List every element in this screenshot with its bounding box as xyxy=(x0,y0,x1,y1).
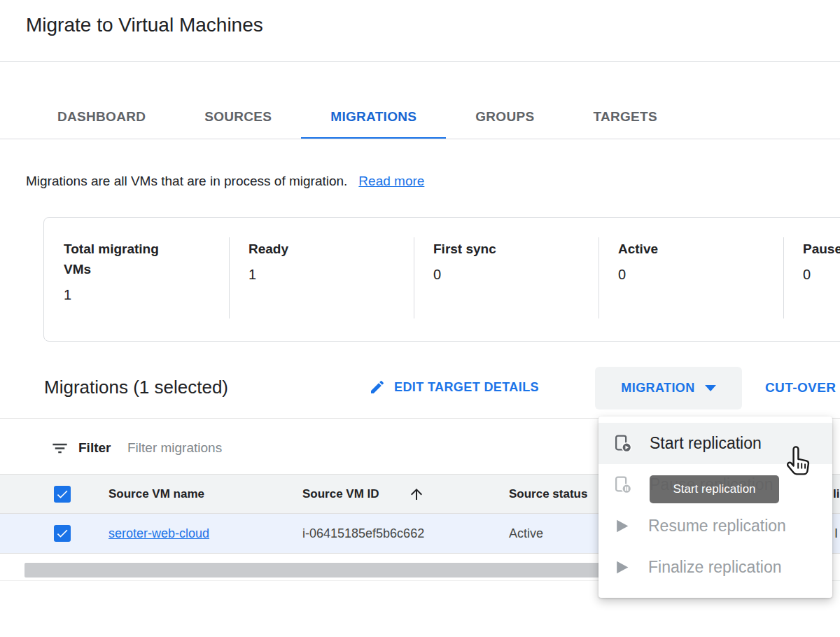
description-text: Migrations are all VMs that are in proce… xyxy=(26,174,347,188)
play-icon xyxy=(613,517,631,535)
column-header-source-vm-id[interactable]: Source VM ID xyxy=(302,475,379,514)
stat-label: Total migrating VMs xyxy=(64,239,186,279)
hand-cursor-icon xyxy=(780,444,814,484)
stats-card: Total migrating VMs 1 Ready 1 First sync… xyxy=(43,217,840,342)
stat-value: 0 xyxy=(803,267,840,283)
source-status-cell: Active xyxy=(509,514,543,553)
edit-target-details-label: EDIT TARGET DETAILS xyxy=(394,380,539,395)
source-vm-name-link[interactable]: seroter-web-cloud xyxy=(108,526,209,540)
filter-label: Filter xyxy=(78,440,111,456)
stat-value: 1 xyxy=(248,267,414,283)
menu-item-label: Resume replication xyxy=(648,517,786,536)
column-header-source-vm-name[interactable]: Source VM name xyxy=(108,475,204,514)
stat-value: 1 xyxy=(64,287,229,303)
header-divider xyxy=(0,61,840,62)
truncated-cell: I xyxy=(834,514,838,553)
stat-active: Active 0 xyxy=(598,218,783,341)
tab-dashboard[interactable]: DASHBOARD xyxy=(28,97,175,139)
tooltip: Start replication xyxy=(650,475,779,503)
menu-item-finalize-replication[interactable]: Finalize replication xyxy=(598,547,832,588)
migrate-vm-page: Migrate to Virtual Machines DASHBOARD SO… xyxy=(0,0,840,637)
select-all-checkbox[interactable] xyxy=(54,486,71,503)
stat-value: 0 xyxy=(618,267,783,283)
stat-value: 0 xyxy=(433,267,598,283)
menu-item-label: Start replication xyxy=(650,434,762,453)
source-vm-id-cell: i-06415185ef5b6c662 xyxy=(302,514,424,553)
tab-migrations[interactable]: MIGRATIONS xyxy=(301,97,446,139)
tab-targets[interactable]: TARGETS xyxy=(564,97,686,139)
tab-sources[interactable]: SOURCES xyxy=(175,97,301,139)
play-icon xyxy=(613,559,631,576)
sort-ascending-icon[interactable] xyxy=(408,486,425,505)
stat-label: Paused xyxy=(803,239,840,259)
pencil-icon xyxy=(369,379,386,396)
column-header-source-status[interactable]: Source status xyxy=(509,475,587,514)
stat-label: First sync xyxy=(433,239,556,259)
stat-first-sync: First sync 0 xyxy=(414,218,598,341)
chevron-down-icon xyxy=(705,385,716,391)
row-checkbox[interactable] xyxy=(54,525,71,542)
filter-input[interactable] xyxy=(127,435,421,461)
cutover-button[interactable]: CUT-OVER xyxy=(765,380,836,396)
migrations-heading: Migrations (1 selected) xyxy=(44,377,228,398)
tab-groups[interactable]: GROUPS xyxy=(446,97,564,139)
menu-item-resume-replication[interactable]: Resume replication xyxy=(598,505,832,547)
page-title: Migrate to Virtual Machines xyxy=(26,14,263,36)
tab-bar: DASHBOARD SOURCES MIGRATIONS GROUPS TARG… xyxy=(28,97,687,139)
tabs-divider xyxy=(0,139,840,139)
column-header-truncated: li xyxy=(833,475,839,514)
vm-play-icon xyxy=(613,434,632,453)
stat-total-migrating-vms: Total migrating VMs 1 xyxy=(44,218,229,341)
filter-icon xyxy=(50,439,69,458)
migration-button-label: MIGRATION xyxy=(621,381,694,396)
menu-item-label: Finalize replication xyxy=(648,558,781,577)
stat-ready: Ready 1 xyxy=(229,218,414,341)
edit-target-details-button[interactable]: EDIT TARGET DETAILS xyxy=(369,379,539,396)
migration-dropdown-button[interactable]: MIGRATION xyxy=(595,367,742,410)
page-description: Migrations are all VMs that are in proce… xyxy=(26,174,424,189)
migration-dropdown-menu: Start replication Pause replication Resu… xyxy=(598,416,832,598)
vm-pause-icon xyxy=(613,475,632,494)
stat-label: Active xyxy=(618,239,741,259)
read-more-link[interactable]: Read more xyxy=(358,174,424,188)
stat-label: Ready xyxy=(248,239,371,259)
stat-paused: Paused 0 xyxy=(783,218,840,341)
